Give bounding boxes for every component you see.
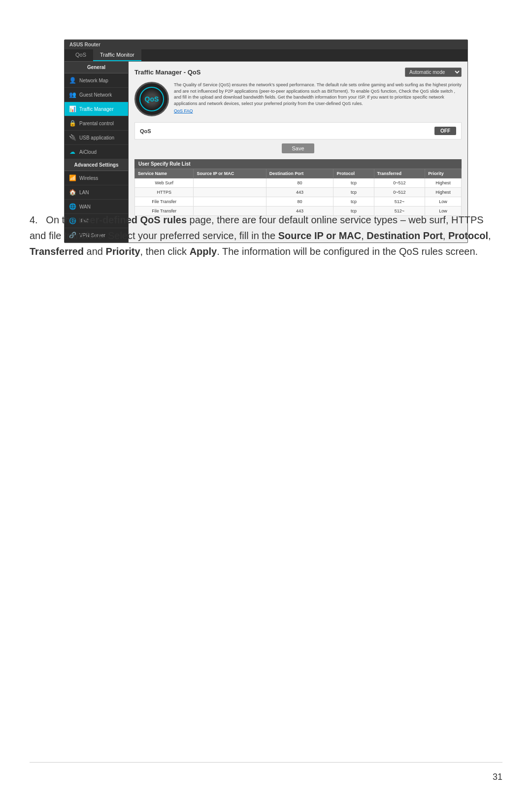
instruction-comma-1: ,	[361, 230, 366, 241]
instruction-bold-transferred: Transferred	[30, 246, 84, 257]
qos-info-section: QoS The Quality of Service (QoS) ensures…	[134, 82, 462, 116]
tabs-row: QoS Traffic Monitor	[65, 49, 467, 62]
aicloud-icon: ☁	[68, 148, 76, 156]
instruction-and: and	[84, 246, 105, 257]
sidebar-label-lan: LAN	[79, 190, 89, 195]
network-map-icon: 👤	[68, 76, 76, 84]
rules-table: Service Name Source IP or MAC Destinatio…	[134, 169, 462, 216]
qos-logo: QoS	[134, 82, 169, 116]
sidebar-item-lan[interactable]: 🏠 LAN	[65, 185, 128, 200]
lan-icon: 🏠	[68, 188, 76, 196]
table-cell: 80	[266, 178, 333, 188]
wireless-icon: 📶	[68, 174, 76, 182]
instruction-block: 4. On the user-defined QoS rules page, t…	[30, 212, 502, 259]
table-cell: HTTPS	[135, 188, 194, 197]
sidebar-general-title: General	[65, 62, 128, 73]
table-cell: tcp	[333, 178, 374, 188]
guest-network-icon: 👥	[68, 91, 76, 99]
sidebar-label-wireless: Wireless	[79, 175, 98, 181]
sidebar-item-usb-application[interactable]: 🔌 USB application	[65, 131, 128, 145]
qos-logo-inner: QoS	[139, 87, 164, 111]
qos-toggle[interactable]: OFF	[434, 127, 456, 135]
instruction-number: 4.	[30, 214, 43, 225]
instruction-bold-source: Source IP or MAC	[278, 230, 362, 241]
instruction-bold-qos-rules: user-defined QoS rules	[78, 214, 187, 225]
sidebar-label-aicloud: AiCloud	[79, 149, 97, 155]
qos-label: QoS	[140, 128, 151, 134]
qos-description-block: The Quality of Service (QoS) ensures the…	[174, 82, 462, 116]
instruction-part-1: On the	[46, 214, 78, 225]
sidebar-item-parental-control[interactable]: 🔒 Parental control	[65, 116, 128, 131]
brand-label: ASUS Router	[69, 42, 100, 47]
col-priority: Priority	[425, 169, 462, 178]
sidebar-advanced-title: Advanced Settings	[65, 159, 128, 171]
table-cell: 80	[266, 197, 333, 207]
col-service-name: Service Name	[135, 169, 194, 178]
col-dest-port: Destination Port	[266, 169, 333, 178]
instruction-bold-protocol: Protocol	[448, 230, 488, 241]
instruction-bold-priority: Priority	[106, 246, 140, 257]
col-transferred: Transferred	[374, 169, 425, 178]
content-header: Traffic Manager - QoS Automatic mode	[134, 68, 462, 77]
table-cell: 443	[266, 188, 333, 197]
instruction-text: 4. On the user-defined QoS rules page, t…	[30, 212, 502, 259]
sidebar-item-guest-network[interactable]: 👥 Guest Network	[65, 88, 128, 102]
table-cell: 0~512	[374, 188, 425, 197]
col-protocol: Protocol	[333, 169, 374, 178]
table-cell: Low	[425, 197, 462, 207]
sidebar-item-traffic-manager[interactable]: 📊 Traffic Manager	[65, 102, 128, 116]
save-button[interactable]: Save	[282, 143, 314, 153]
table-cell: Highest	[425, 188, 462, 197]
save-row: Save	[134, 143, 462, 153]
instruction-bold-dest: Destination Port	[366, 230, 442, 241]
sidebar-label-usb: USB application	[79, 135, 114, 140]
table-cell	[194, 188, 266, 197]
parental-control-icon: 🔒	[68, 119, 76, 127]
instruction-bold-apply: Apply	[190, 246, 217, 257]
rules-section-title: User Specify Rule List	[134, 159, 462, 169]
table-row: File Transfer80tcp512~Low	[135, 197, 462, 207]
traffic-manager-icon: 📊	[68, 105, 76, 113]
sidebar-label-network-map: Network Map	[79, 78, 108, 83]
top-bar: ASUS Router	[65, 40, 467, 49]
col-source-ip: Source IP or MAC	[194, 169, 266, 178]
usb-icon: 🔌	[68, 134, 76, 141]
table-cell: File Transfer	[135, 197, 194, 207]
instruction-comma-2: ,	[443, 230, 448, 241]
bottom-separator	[30, 762, 502, 763]
tab-qos[interactable]: QoS	[68, 49, 93, 61]
qos-description-text: The Quality of Service (QoS) ensures the…	[174, 82, 462, 106]
table-row: HTTPS443tcp0~512Highest	[135, 188, 462, 197]
table-cell	[194, 197, 266, 207]
sidebar-item-network-map[interactable]: 👤 Network Map	[65, 73, 128, 88]
sidebar-label-guest-network: Guest Network	[79, 92, 112, 98]
instruction-part-3: , then click	[140, 246, 190, 257]
mode-select[interactable]: Automatic mode	[405, 68, 462, 77]
instruction-comma-3: ,	[488, 230, 491, 241]
qos-faq-link[interactable]: QoS FAQ	[174, 108, 462, 113]
table-cell: 0~512	[374, 178, 425, 188]
table-cell	[194, 178, 266, 188]
table-cell: Web Surf	[135, 178, 194, 188]
page-number: 31	[493, 772, 502, 782]
table-cell: Highest	[425, 178, 462, 188]
content-title: Traffic Manager - QoS	[134, 69, 200, 76]
qos-logo-text: QoS	[145, 95, 159, 103]
table-cell: tcp	[333, 188, 374, 197]
wan-icon: 🌐	[68, 203, 76, 210]
table-row: Web Surf80tcp0~512Highest	[135, 178, 462, 188]
sidebar-item-wireless[interactable]: 📶 Wireless	[65, 171, 128, 185]
sidebar-item-aicloud[interactable]: ☁ AiCloud	[65, 145, 128, 159]
table-cell: 512~	[374, 197, 425, 207]
sidebar-label-wan: WAN	[79, 204, 91, 209]
sidebar-label-traffic-manager: Traffic Manager	[79, 106, 113, 112]
qos-toggle-row: QoS OFF	[134, 122, 462, 139]
sidebar-label-parental-control: Parental control	[79, 121, 114, 126]
instruction-part-4: . The information will be configured in …	[217, 246, 478, 257]
tab-traffic-monitor[interactable]: Traffic Monitor	[93, 49, 141, 61]
table-cell: tcp	[333, 197, 374, 207]
